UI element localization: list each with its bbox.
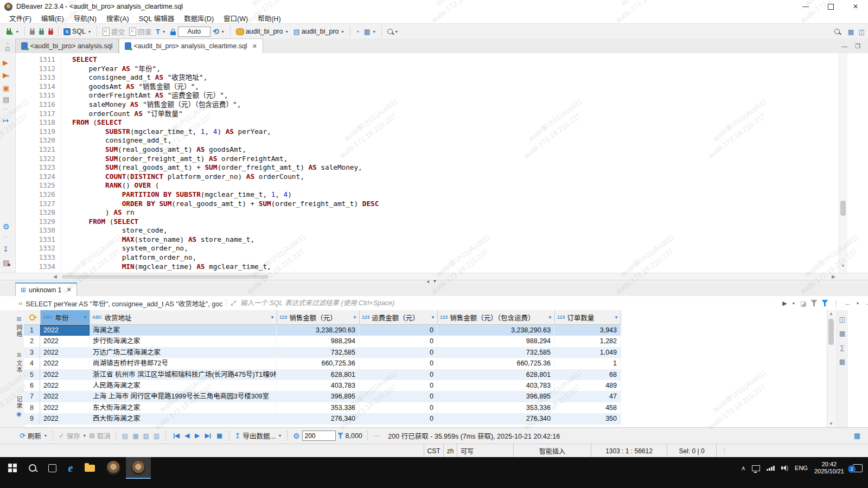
grid-cell[interactable]: 1,049 — [554, 347, 621, 358]
grid-cell[interactable]: 628,801 — [277, 369, 359, 380]
global-search-button[interactable] — [832, 25, 842, 37]
grid-corner-cell[interactable] — [24, 310, 41, 324]
editor-tab[interactable]: <audit_bi_pro> analysis.sql — [15, 38, 119, 53]
rollback-button[interactable]: 回滚 — [127, 25, 154, 37]
next-row-icon[interactable]: ▶ — [193, 432, 201, 439]
script-error-icon[interactable]: ▤ — [3, 259, 9, 267]
grid-cell[interactable]: 353,336 — [277, 402, 359, 413]
grid-cell[interactable]: 732,585 — [277, 347, 359, 358]
sql-editor-button[interactable]: SSQL▾ — [61, 25, 94, 37]
code-area[interactable]: 1311SELECT1312 perYear AS "年份",1313 cons… — [15, 53, 833, 273]
table-row[interactable]: 62022人民路海澜之家403,7830403,783489 — [24, 380, 621, 391]
grid-cell[interactable]: 2022 — [40, 413, 90, 424]
quick-search-button[interactable]: ▾ — [385, 25, 401, 37]
grid-cell[interactable]: 东大街海澜之家 — [90, 402, 277, 413]
transaction-mode-button[interactable]: T▾ — [154, 25, 168, 37]
explain-plan-icon[interactable]: ▤ — [3, 95, 9, 104]
connect-button[interactable] — [28, 25, 37, 37]
commit-button[interactable]: 提交 — [100, 25, 127, 37]
grid-cell[interactable]: 988,294 — [437, 336, 554, 346]
panel-settings-icon[interactable]: ▦ — [854, 432, 860, 440]
grid-cell[interactable]: 1 — [554, 358, 621, 369]
grid-cell[interactable]: 万达广场二楼海澜之家 — [90, 347, 277, 358]
sql-editor[interactable]: ▶ ▶≡ ▣ ▤ ⋯ ↦ ⚙ ⋯ ↧ ▤ ▤ 1311SELECT1312 pe… — [0, 53, 868, 273]
row-number[interactable]: 5 — [24, 369, 40, 380]
grid-cell[interactable]: 0 — [359, 347, 437, 358]
grid-cell[interactable]: 2022 — [40, 391, 90, 402]
remove-filter-icon[interactable] — [810, 300, 817, 306]
grid-cell[interactable]: 2022 — [40, 369, 90, 380]
layout-button[interactable]: ◫ — [856, 25, 867, 37]
grid-cell[interactable]: 0 — [359, 391, 437, 402]
back-icon[interactable]: ← — [844, 299, 851, 307]
row-number[interactable]: 1 — [24, 325, 40, 336]
grid-cell[interactable]: 0 — [359, 325, 437, 336]
scrollbar-thumb[interactable] — [62, 275, 268, 279]
scroll-right-icon[interactable]: ▶ — [832, 274, 835, 279]
input-language[interactable]: ENG — [795, 465, 808, 471]
execute-new-tab-icon[interactable]: ▣ — [3, 84, 9, 92]
sort-dropdown-icon[interactable]: ▼ — [270, 315, 275, 320]
row-number[interactable]: 6 — [24, 380, 40, 391]
edit-row-icon[interactable]: ▤ — [121, 432, 129, 440]
menu-item[interactable]: 搜索(A) — [101, 13, 134, 23]
collapse-up-icon[interactable]: ▲ — [426, 279, 430, 283]
metadata-panel-icon[interactable]: ▦ — [839, 330, 845, 337]
menu-item[interactable]: 数据库(D) — [179, 13, 219, 23]
forward-icon[interactable]: → — [864, 299, 868, 307]
sort-dropdown-icon[interactable]: ▼ — [431, 315, 435, 320]
table-row[interactable]: 12022海澜之家3,238,290.6303,238,290.633,943 — [24, 325, 621, 336]
grid-cell[interactable]: 276,340 — [437, 413, 554, 424]
grid-cell[interactable]: 3,238,290.63 — [437, 325, 554, 336]
grid-cell[interactable]: 68 — [554, 369, 621, 380]
sort-dropdown-icon[interactable]: ▼ — [548, 315, 552, 320]
grid-cell[interactable]: 396,895 — [277, 391, 359, 402]
scroll-left-icon[interactable]: ◀ — [53, 274, 57, 279]
gear-icon[interactable]: ⚙ — [3, 222, 10, 231]
sort-dropdown-icon[interactable]: ▼ — [353, 315, 357, 320]
cancel-button[interactable]: 取消 — [97, 431, 111, 441]
editor-vertical-scrollbar[interactable]: ▼ — [839, 53, 847, 273]
dbeaver-taskbar-button[interactable] — [126, 457, 151, 479]
expand-filter-icon[interactable]: ⤢ — [226, 299, 236, 307]
grid-cell[interactable]: 988,294 — [277, 336, 359, 346]
add-row-icon[interactable]: ▦ — [131, 432, 139, 440]
schema-select[interactable]: ▤audit_bi_pro▾ — [291, 25, 347, 37]
maximize-button[interactable] — [818, 0, 843, 13]
delete-row-icon[interactable]: ▥ — [152, 432, 161, 440]
file-explorer-button[interactable] — [79, 457, 101, 479]
menu-item[interactable]: 编辑(E) — [36, 13, 69, 23]
grid-cell[interactable]: 353,336 — [437, 402, 554, 413]
row-number[interactable]: 7 — [24, 391, 40, 402]
grid-cell[interactable]: 2022 — [40, 347, 90, 358]
scroll-down-icon[interactable]: ▼ — [829, 421, 833, 426]
minimize-button[interactable]: — — [793, 0, 818, 13]
editor-tab[interactable]: <audit_bi_pro> analysis_cleartime.sql✕ — [119, 38, 263, 53]
grid-vertical-scrollbar[interactable]: ▲ ▼ — [827, 310, 835, 427]
menu-item[interactable]: 导航(N) — [69, 13, 101, 23]
signal-icon[interactable] — [767, 466, 775, 471]
grid-cell[interactable]: 3,238,290.63 — [277, 325, 359, 336]
table-row[interactable]: 22022步行街海澜之家988,2940988,2941,282 — [24, 336, 621, 346]
scroll-down-icon[interactable]: ▼ — [841, 264, 845, 268]
tasks-button[interactable]: ▦▾ — [361, 25, 378, 37]
more-dots-icon[interactable]: ⋯ — [3, 234, 8, 240]
grid-cell[interactable]: 2022 — [40, 336, 90, 346]
grid-cell[interactable]: 海澜之家 — [90, 325, 277, 336]
maximize-editor-icon[interactable]: ❐ — [855, 43, 860, 50]
column-header[interactable]: ABC年份▼ — [41, 310, 90, 324]
network-icon[interactable] — [752, 465, 760, 471]
refresh-button[interactable]: 刷新 — [28, 431, 41, 441]
new-connection-button[interactable]: +▾ — [4, 25, 22, 37]
transaction-log-button[interactable]: ⟲▾ — [210, 25, 227, 37]
last-row-icon[interactable]: ▶| — [203, 432, 213, 439]
panel-icon[interactable]: ⊡ — [5, 47, 10, 52]
filter-history-dropdown[interactable]: ▾ — [792, 301, 796, 306]
internet-explorer-button[interactable]: e — [62, 457, 79, 479]
grid-cell[interactable]: 628,801 — [437, 369, 554, 380]
close-icon[interactable]: ✕ — [67, 286, 72, 293]
refresh-icon[interactable]: ⟳ — [20, 432, 25, 440]
export-result-icon[interactable]: ↧ — [3, 245, 9, 253]
apply-filter-icon[interactable]: ▶ — [782, 300, 787, 307]
save-button[interactable]: 保存 — [67, 431, 80, 441]
